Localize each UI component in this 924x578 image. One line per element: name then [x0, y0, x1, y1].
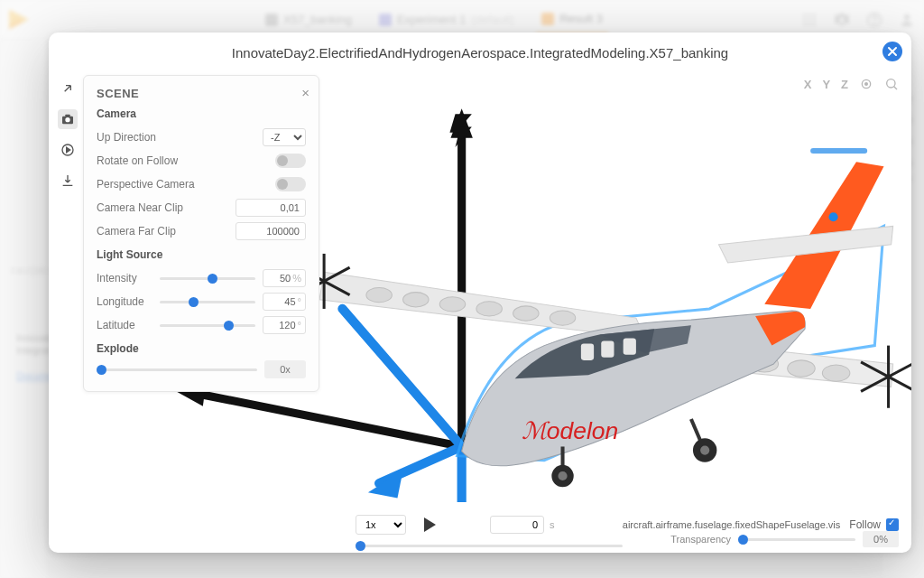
- svg-rect-38: [810, 148, 867, 154]
- explode-label: Explode: [97, 342, 306, 355]
- far-clip-label: Camera Far Clip: [97, 225, 176, 238]
- zoom-fit-icon[interactable]: [884, 77, 899, 91]
- scene-panel: × SCENE Camera Up Direction -Z Rotate on…: [83, 75, 319, 392]
- open-external-icon[interactable]: [58, 79, 78, 98]
- svg-rect-40: [601, 341, 614, 358]
- camera-icon[interactable]: [58, 109, 78, 129]
- svg-point-20: [366, 288, 392, 303]
- svg-point-37: [828, 212, 837, 221]
- zoom-target-icon[interactable]: [859, 77, 873, 91]
- near-clip-label: Camera Near Clip: [97, 201, 183, 214]
- transparency-control: Transparency 0%: [670, 531, 899, 547]
- time-unit: s: [550, 519, 555, 530]
- intensity-value[interactable]: 50%: [263, 269, 306, 287]
- close-button[interactable]: [882, 42, 902, 61]
- svg-point-22: [439, 297, 465, 312]
- viewer-tool-column: [54, 75, 81, 191]
- follow-checkbox[interactable]: [886, 518, 899, 531]
- svg-point-45: [558, 471, 567, 480]
- perspective-toggle[interactable]: [275, 177, 306, 191]
- transparency-value: 0%: [863, 531, 899, 547]
- far-clip-input[interactable]: [236, 222, 306, 240]
- light-section-label: Light Source: [97, 248, 306, 261]
- svg-point-24: [513, 306, 539, 321]
- transparency-label: Transparency: [670, 534, 731, 545]
- longitude-value[interactable]: 45°: [263, 293, 306, 311]
- svg-marker-19: [368, 471, 403, 499]
- longitude-label: Longitude: [97, 295, 152, 308]
- perspective-label: Perspective Camera: [97, 178, 195, 191]
- modal-body: ℳodelon X Y Z × SCENE Camera Up Di: [49, 70, 911, 553]
- follow-control: Follow: [849, 518, 899, 531]
- svg-point-32: [788, 360, 816, 377]
- svg-point-53: [65, 117, 69, 122]
- explode-slider[interactable]: [97, 362, 257, 377]
- axis-controls: X Y Z: [804, 77, 899, 91]
- svg-rect-39: [581, 344, 594, 360]
- brand-text: ℳodelon: [522, 417, 618, 444]
- axis-y-button[interactable]: Y: [822, 78, 830, 91]
- rotate-on-follow-toggle[interactable]: [275, 154, 306, 168]
- latitude-slider[interactable]: [160, 318, 255, 332]
- svg-line-51: [894, 87, 897, 89]
- svg-point-50: [887, 79, 895, 88]
- transparency-slider[interactable]: [738, 532, 855, 546]
- timeline-slider[interactable]: [356, 538, 623, 551]
- longitude-slider[interactable]: [160, 294, 255, 309]
- intensity-slider[interactable]: [160, 271, 255, 285]
- axis-x-button[interactable]: X: [804, 78, 812, 91]
- follow-label: Follow: [849, 518, 881, 531]
- svg-point-23: [476, 302, 502, 316]
- selection-path: aircraft.airframe.fuselage.fixedShapeFus…: [623, 519, 841, 530]
- latitude-value[interactable]: 120°: [263, 316, 306, 334]
- modal-header: InnovateDay2.ElectrifiedAndHydrogenAeros…: [49, 33, 911, 70]
- camera-section-label: Camera: [97, 107, 306, 120]
- axis-z-button[interactable]: Z: [841, 78, 848, 91]
- latitude-label: Latitude: [97, 319, 152, 331]
- svg-rect-41: [624, 338, 636, 354]
- explode-reset-button[interactable]: 0x: [264, 360, 306, 378]
- svg-point-21: [403, 293, 429, 307]
- near-clip-input[interactable]: [236, 199, 306, 217]
- svg-point-33: [822, 365, 850, 381]
- close-icon: [887, 46, 898, 57]
- svg-point-47: [700, 445, 709, 454]
- play-button[interactable]: [424, 517, 436, 532]
- scene-heading: SCENE: [97, 87, 306, 100]
- svg-point-25: [550, 311, 575, 325]
- time-input[interactable]: [490, 516, 544, 534]
- intensity-label: Intensity: [97, 272, 152, 284]
- viewer-modal: InnovateDay2.ElectrifiedAndHydrogenAeros…: [49, 33, 911, 553]
- download-icon[interactable]: [58, 171, 78, 191]
- speed-select[interactable]: 1x: [356, 515, 406, 535]
- modal-title: InnovateDay2.ElectrifiedAndHydrogenAeros…: [63, 45, 897, 61]
- svg-rect-54: [65, 115, 69, 117]
- panel-close-icon[interactable]: ×: [301, 85, 310, 100]
- rotate-on-follow-label: Rotate on Follow: [97, 154, 178, 167]
- up-direction-select[interactable]: -Z: [263, 128, 306, 146]
- play-circle-icon[interactable]: [58, 140, 78, 160]
- up-direction-label: Up Direction: [97, 131, 156, 144]
- svg-point-49: [865, 83, 868, 86]
